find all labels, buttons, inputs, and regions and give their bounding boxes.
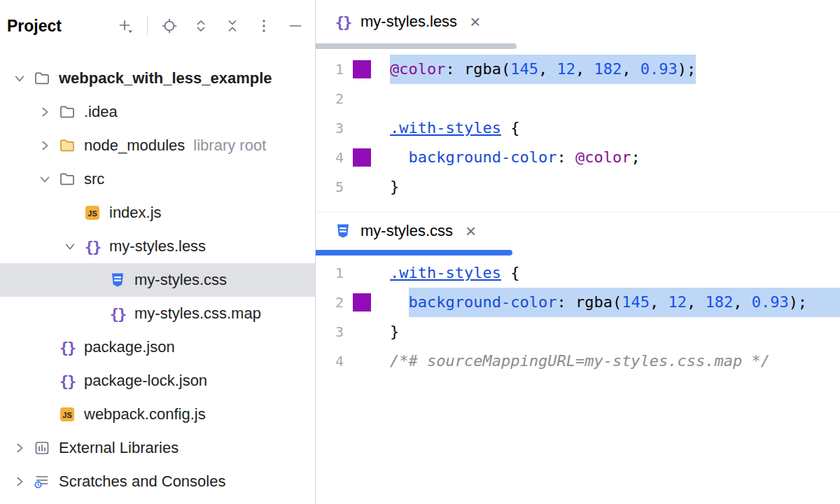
tree-item-label: node_modules bbox=[84, 136, 185, 155]
add-button[interactable] bbox=[115, 16, 135, 36]
tab-underline-active bbox=[316, 250, 512, 255]
tree-item-label: my-styles.less bbox=[109, 237, 206, 255]
code-text: background-color: @color; bbox=[390, 143, 640, 172]
tree-item-label: webpack.config.js bbox=[84, 405, 206, 424]
tab-my-styles-css[interactable]: my-styles.css × bbox=[334, 222, 476, 240]
selection-fill bbox=[807, 288, 840, 317]
color-swatch[interactable] bbox=[353, 55, 372, 84]
line-number: 1 bbox=[316, 258, 344, 288]
tree-item-index-js[interactable]: JSindex.js bbox=[0, 196, 315, 230]
tree-item-my-styles-less[interactable]: {}my-styles.less bbox=[0, 230, 315, 263]
code-line-2[interactable]: 2 background-color: rgba(145, 12, 182, 0… bbox=[316, 288, 840, 317]
svg-text:JS: JS bbox=[88, 209, 97, 218]
tree-item-node-modules[interactable]: node_moduleslibrary root bbox=[0, 129, 315, 162]
line-number: 4 bbox=[316, 346, 344, 376]
chevron-right-icon[interactable] bbox=[32, 106, 57, 118]
tab-bar-less: {} my-styles.less × bbox=[316, 0, 840, 43]
tree-item-label: Scratches and Consoles bbox=[59, 472, 225, 491]
code-text: } bbox=[390, 172, 399, 202]
code-text: @color: rgba(145, 12, 182, 0.93); bbox=[390, 55, 696, 84]
tree-item-my-styles-css-map[interactable]: {}my-styles.css.map bbox=[0, 297, 315, 330]
editor-split-css: my-styles.css × 1.with-styles {2 backgro… bbox=[316, 211, 840, 504]
ide-window: Project webpack_with_less_example.ideano… bbox=[0, 0, 840, 504]
editor-split-less: {} my-styles.less × 1@color: rgba(145, 1… bbox=[316, 0, 840, 211]
library-root-badge: library root bbox=[193, 136, 266, 155]
tree-item-package-lock-json[interactable]: {}package-lock.json bbox=[0, 364, 315, 398]
folder-icon bbox=[32, 70, 52, 87]
project-tool-window: Project webpack_with_less_example.ideano… bbox=[0, 0, 316, 504]
close-icon[interactable]: × bbox=[465, 222, 476, 240]
code-area-css[interactable]: 1.with-styles {2 background-color: rgba(… bbox=[316, 255, 840, 376]
line-number: 5 bbox=[316, 172, 344, 202]
tree-item-idea[interactable]: .idea bbox=[0, 95, 315, 129]
tree-item-package-json[interactable]: {}package.json bbox=[0, 330, 315, 364]
code-line-5[interactable]: 5} bbox=[316, 172, 840, 202]
tree-item-my-styles-css[interactable]: my-styles.css bbox=[0, 263, 315, 297]
tree-item-webpack-config-js[interactable]: JSwebpack.config.js bbox=[0, 398, 315, 431]
chevron-right-icon[interactable] bbox=[7, 442, 32, 454]
expand-all-button[interactable] bbox=[191, 16, 211, 36]
braces-icon: {} bbox=[83, 238, 102, 255]
tree-item-external-libraries[interactable]: External Libraries bbox=[0, 431, 315, 465]
swatch-spacer bbox=[353, 113, 372, 143]
code-line-1[interactable]: 1.with-styles { bbox=[316, 258, 840, 288]
tab-label: my-styles.css bbox=[360, 222, 453, 240]
swatch-spacer bbox=[353, 84, 372, 113]
line-number: 4 bbox=[316, 143, 344, 172]
code-text: /*# sourceMappingURL=my-styles.css.map *… bbox=[390, 346, 770, 376]
code-line-1[interactable]: 1@color: rgba(145, 12, 182, 0.93); bbox=[316, 55, 840, 84]
tab-label: my-styles.less bbox=[360, 13, 457, 31]
libraries-icon bbox=[32, 440, 52, 456]
toolbar-separator bbox=[147, 17, 148, 35]
locate-button[interactable] bbox=[160, 16, 179, 36]
chevron-down-icon[interactable] bbox=[7, 72, 32, 85]
swatch-spacer bbox=[353, 317, 372, 346]
code-line-4[interactable]: 4/*# sourceMappingURL=my-styles.css.map … bbox=[316, 346, 840, 376]
code-line-4[interactable]: 4 background-color: @color; bbox=[316, 143, 840, 172]
tree-item-label: my-styles.css.map bbox=[134, 304, 261, 323]
tree-item-scratches-and-consoles[interactable]: Scratches and Consoles bbox=[0, 465, 315, 498]
chevron-down-icon[interactable] bbox=[32, 173, 57, 186]
more-button[interactable] bbox=[254, 16, 274, 36]
tab-bar-css: my-styles.css × bbox=[316, 212, 840, 250]
chevron-down-icon[interactable] bbox=[57, 240, 83, 253]
code-line-2[interactable]: 2 bbox=[316, 84, 840, 113]
project-panel-title: Project bbox=[7, 17, 62, 36]
js-icon: JS bbox=[83, 204, 102, 221]
color-swatch[interactable] bbox=[353, 143, 372, 172]
code-line-3[interactable]: 3.with-styles { bbox=[316, 113, 840, 143]
close-icon[interactable]: × bbox=[470, 13, 480, 31]
code-area-less[interactable]: 1@color: rgba(145, 12, 182, 0.93);23.wit… bbox=[316, 49, 840, 202]
js-icon: JS bbox=[57, 406, 77, 423]
braces-icon: {} bbox=[108, 305, 127, 323]
code-text: .with-styles { bbox=[390, 113, 519, 143]
folder-icon bbox=[57, 171, 77, 188]
color-swatch[interactable] bbox=[353, 288, 372, 317]
chevron-right-icon[interactable] bbox=[7, 475, 32, 488]
braces-file-icon: {} bbox=[334, 13, 352, 31]
tree-item-label: .idea bbox=[84, 103, 118, 121]
folder-icon bbox=[57, 104, 77, 120]
code-text: background-color: rgba(145, 12, 182, 0.9… bbox=[390, 288, 807, 317]
line-number: 3 bbox=[316, 113, 344, 143]
tree-item-label: my-styles.css bbox=[134, 271, 227, 289]
tree-item-webpack-with-less-example[interactable]: webpack_with_less_example bbox=[0, 62, 315, 95]
tree-item-label: src bbox=[84, 170, 104, 188]
chevron-right-icon[interactable] bbox=[32, 139, 57, 152]
braces-icon: {} bbox=[57, 372, 77, 390]
svg-text:JS: JS bbox=[62, 411, 71, 419]
tab-my-styles-less[interactable]: {} my-styles.less × bbox=[334, 13, 480, 31]
swatch-spacer bbox=[353, 346, 372, 376]
project-toolbar bbox=[115, 16, 305, 36]
scratches-icon bbox=[32, 473, 52, 490]
collapse-all-button[interactable] bbox=[223, 16, 242, 36]
tree-item-src[interactable]: src bbox=[0, 162, 315, 196]
project-tree: webpack_with_less_example.ideanode_modul… bbox=[0, 52, 315, 498]
tab-underline-inactive bbox=[316, 43, 517, 49]
code-text: .with-styles { bbox=[390, 258, 519, 288]
hide-button[interactable] bbox=[286, 16, 305, 36]
line-number: 2 bbox=[316, 288, 344, 317]
tree-item-label: index.js bbox=[109, 204, 162, 222]
tree-item-label: webpack_with_less_example bbox=[59, 69, 272, 88]
code-line-3[interactable]: 3} bbox=[316, 317, 840, 346]
